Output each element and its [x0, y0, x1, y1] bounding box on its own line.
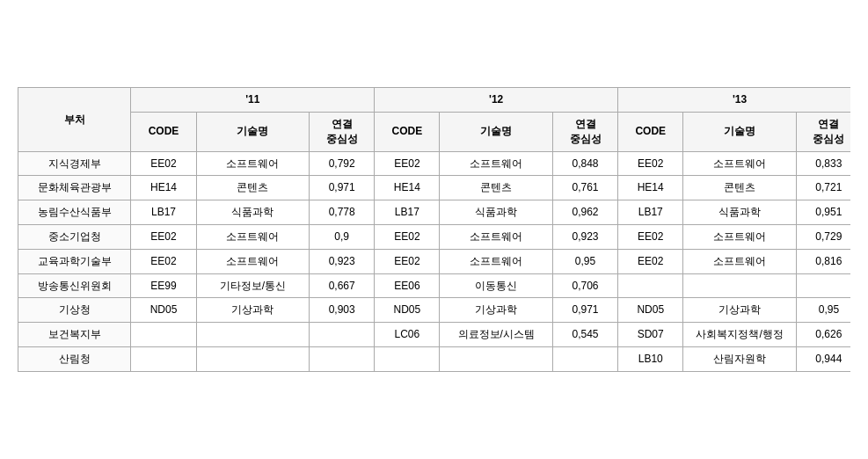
tech-11: [196, 346, 309, 371]
tech-13: 산림자원학: [683, 346, 796, 371]
tech-11: [196, 323, 309, 347]
tech-11: 기상과학: [196, 298, 309, 323]
code-12: EE02: [375, 249, 440, 273]
code-13: SD07: [618, 323, 683, 347]
conn-13: 0,951: [796, 200, 850, 225]
header-tech-12: 기술명: [440, 113, 552, 152]
code-11: [131, 346, 196, 371]
code-13: ND05: [618, 298, 683, 323]
conn-13: 0,626: [796, 323, 850, 347]
code-13: LB10: [618, 346, 683, 371]
conn-12: 0,706: [552, 273, 617, 298]
code-13: HE14: [618, 176, 683, 200]
code-13: EE02: [618, 225, 683, 250]
buche-cell: 방송통신위원회: [18, 273, 131, 298]
tech-13: 콘텐츠: [683, 176, 796, 200]
header-year-12: '12: [375, 88, 618, 113]
conn-13: 0,944: [796, 346, 850, 371]
code-11: EE02: [131, 225, 196, 250]
conn-13: 0,729: [796, 225, 850, 250]
table-row: 방송통신위원회EE99기타정보/통신0,667EE06이동통신0,706: [18, 273, 851, 298]
conn-12: 0,962: [552, 200, 617, 225]
code-12: LB17: [375, 200, 440, 225]
conn-12: 0,761: [552, 176, 617, 200]
tech-12: 이동통신: [440, 273, 552, 298]
tech-13: 소프트웨어: [683, 225, 796, 250]
tech-12: 소프트웨어: [440, 249, 552, 273]
conn-11: 0,9: [310, 225, 375, 250]
table-row: 보건복지부LC06의료정보/시스템0,545SD07사회복지정책/행정0,626: [18, 323, 851, 347]
header-conn-13: 연결 중심성: [796, 113, 850, 152]
table-row: 중소기업청EE02소프트웨어0,9EE02소프트웨어0,923EE02소프트웨어…: [18, 225, 851, 250]
code-12: [375, 346, 440, 371]
code-11: [131, 323, 196, 347]
conn-11: [310, 346, 375, 371]
buche-cell: 기상청: [18, 298, 131, 323]
conn-12: [552, 346, 617, 371]
table-row: 교육과학기술부EE02소프트웨어0,923EE02소프트웨어0,95EE02소프…: [18, 249, 851, 273]
conn-12: 0,848: [552, 151, 617, 176]
conn-12: 0,923: [552, 225, 617, 250]
buche-cell: 교육과학기술부: [18, 249, 131, 273]
conn-13: 0,721: [796, 176, 850, 200]
header-code-12: CODE: [375, 113, 440, 152]
header-code-13: CODE: [618, 113, 683, 152]
header-year-11: '11: [131, 88, 375, 113]
tech-12: 소프트웨어: [440, 225, 552, 250]
tech-11: 식품과학: [196, 200, 309, 225]
conn-12: 0,971: [552, 298, 617, 323]
tech-11: 소프트웨어: [196, 249, 309, 273]
conn-11: 0,903: [310, 298, 375, 323]
conn-12: 0,545: [552, 323, 617, 347]
tech-13: 기상과학: [683, 298, 796, 323]
code-11: EE02: [131, 249, 196, 273]
conn-11: 0,923: [310, 249, 375, 273]
code-11: LB17: [131, 200, 196, 225]
conn-11: 0,792: [310, 151, 375, 176]
code-13: EE02: [618, 249, 683, 273]
table-row: 농림수산식품부LB17식품과학0,778LB17식품과학0,962LB17식품과…: [18, 200, 851, 225]
tech-12: 의료정보/시스템: [440, 323, 552, 347]
tech-12: 식품과학: [440, 200, 552, 225]
buche-cell: 지식경제부: [18, 151, 131, 176]
tech-12: [440, 346, 552, 371]
header-tech-11: 기술명: [196, 113, 309, 152]
conn-11: 0,667: [310, 273, 375, 298]
code-11: ND05: [131, 298, 196, 323]
buche-cell: 문화체육관광부: [18, 176, 131, 200]
code-12: ND05: [375, 298, 440, 323]
table-row: 지식경제부EE02소프트웨어0,792EE02소프트웨어0,848EE02소프트…: [18, 151, 851, 176]
conn-11: 0,971: [310, 176, 375, 200]
code-13: LB17: [618, 200, 683, 225]
tech-11: 소프트웨어: [196, 225, 309, 250]
header-conn-12: 연결 중심성: [552, 113, 617, 152]
conn-13: 0,816: [796, 249, 850, 273]
code-12: EE06: [375, 273, 440, 298]
conn-13: 0,95: [796, 298, 850, 323]
tech-13: 소프트웨어: [683, 249, 796, 273]
header-year-13: '13: [618, 88, 850, 113]
code-11: EE02: [131, 151, 196, 176]
code-12: EE02: [375, 225, 440, 250]
conn-13: [796, 273, 850, 298]
code-12: LC06: [375, 323, 440, 347]
tech-13: 사회복지정책/행정: [683, 323, 796, 347]
tech-11: 기타정보/통신: [196, 273, 309, 298]
buche-cell: 보건복지부: [18, 323, 131, 347]
tech-13: 소프트웨어: [683, 151, 796, 176]
code-11: EE99: [131, 273, 196, 298]
tech-11: 소프트웨어: [196, 151, 309, 176]
code-13: [618, 273, 683, 298]
tech-13: [683, 273, 796, 298]
table-row: 산림청LB10산림자원학0,944: [18, 346, 851, 371]
header-tech-13: 기술명: [683, 113, 796, 152]
conn-13: 0,833: [796, 151, 850, 176]
header-buche: 부처: [18, 88, 131, 151]
tech-11: 콘텐츠: [196, 176, 309, 200]
table-row: 기상청ND05기상과학0,903ND05기상과학0,971ND05기상과학0,9…: [18, 298, 851, 323]
table-row: 문화체육관광부HE14콘텐츠0,971HE14콘텐츠0,761HE14콘텐츠0,…: [18, 176, 851, 200]
header-conn-11: 연결 중심성: [310, 113, 375, 152]
conn-11: 0,778: [310, 200, 375, 225]
conn-12: 0,95: [552, 249, 617, 273]
code-12: HE14: [375, 176, 440, 200]
